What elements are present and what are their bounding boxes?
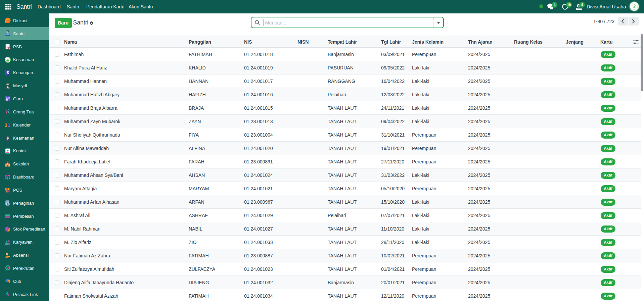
svg-text:3: 3 — [4, 122, 7, 128]
svg-text:1: 1 — [7, 122, 10, 128]
svg-text:$: $ — [8, 202, 9, 206]
svg-text:$: $ — [7, 70, 9, 75]
